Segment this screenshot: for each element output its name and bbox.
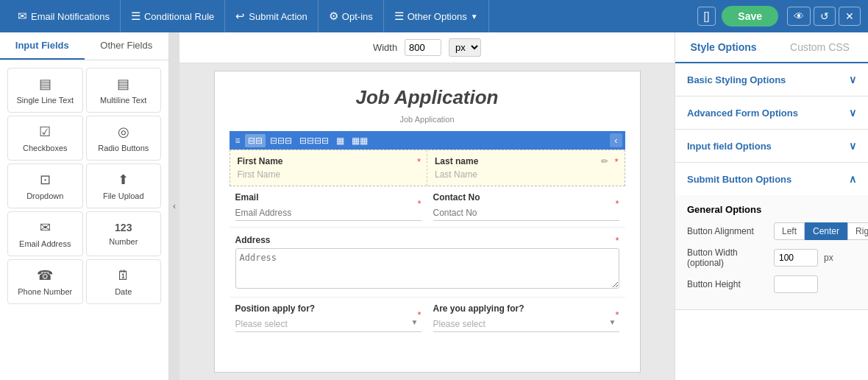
nav-submit-action[interactable]: ↩ Submit Action [225,0,319,32]
button-width-input[interactable] [774,249,818,267]
input-field-chevron: ∨ [849,140,856,152]
field-dropdown[interactable]: ⊡ Dropdown [7,163,83,208]
email-icon: ✉ [18,10,27,23]
submit-button-label: Submit Button Options [687,174,791,185]
tab-custom-css[interactable]: Custom CSS [772,32,868,62]
single-line-icon: ▤ [39,76,51,92]
canvas-area: Job Application Job Application ≡ ⊟⊟ ⊟⊟⊟… [179,63,675,380]
nav-email-notifications[interactable]: ✉ Email Notifications [7,0,121,32]
field-single-line-label: Single Line Text [17,96,74,105]
address-textarea[interactable] [235,248,619,289]
field-phone-number[interactable]: ☎ Phone Number [7,259,83,304]
nav-email-label: Email Notifications [31,11,110,22]
field-checkboxes-label: Checkboxes [23,144,68,152]
field-email-address[interactable]: ✉ Email Address [7,211,83,256]
first-name-label: First Name [238,156,420,166]
accordion-input-field: Input field Options ∨ [675,130,868,163]
tab-input-fields[interactable]: Input Fields [0,32,85,60]
field-radio-label: Radio Buttons [98,144,149,152]
basic-styling-label: Basic Styling Options [687,74,786,85]
nav-conditional-label: Conditional Rule [144,11,214,22]
position-label: Position apply for? [235,303,421,314]
align-center-button[interactable]: Center [805,222,847,240]
collapse-handle[interactable]: ‹ [169,32,179,380]
accordion-input-field-header[interactable]: Input field Options ∨ [675,130,868,162]
last-name-field: Last name Last Name * ✏ [427,150,625,186]
refresh-button[interactable]: ↺ [814,7,836,26]
width-input[interactable] [405,39,441,56]
save-button[interactable]: Save [722,6,778,27]
left-sidebar: Input Fields Other Fields ▤ Single Line … [0,32,169,380]
field-email-label: Email Address [19,239,71,248]
width-option-label: Button Width (optional) [687,247,768,268]
alignment-buttons: Left Center Right [774,222,868,240]
accordion-submit-button-header[interactable]: Submit Button Options ∧ [675,163,868,195]
accordion-basic-styling-header[interactable]: Basic Styling Options ∨ [675,63,868,96]
field-number[interactable]: 123 Number [86,211,162,256]
row-tool-1col[interactable]: ≡ [232,134,243,147]
field-multiline-text[interactable]: ▤ Multiline Text [86,68,162,113]
row-tool-5col[interactable]: ▦ [333,134,347,147]
field-file-upload[interactable]: ⬆ File Upload [86,163,162,208]
conditional-icon: ☰ [131,10,140,23]
checkbox-icon: ☑ [39,124,51,140]
form-title: Job Application [230,86,625,109]
position-select[interactable]: Please select [235,317,421,332]
nav-conditional-rule[interactable]: ☰ Conditional Rule [121,0,225,32]
bracket-button[interactable]: [] [697,7,716,26]
height-option-label: Button Height [687,279,768,289]
right-tabs: Style Options Custom CSS [675,32,868,63]
nav-opt-ins[interactable]: ⚙ Opt-ins [319,0,384,32]
close-button[interactable]: ✕ [839,7,861,26]
contact-input[interactable] [433,205,619,221]
field-date[interactable]: 🗓 Date [86,259,162,304]
email-input[interactable] [235,205,421,221]
email-form-field: Email * [230,192,427,221]
width-row: Button Width (optional) px [687,247,856,268]
tab-style-options[interactable]: Style Options [675,32,772,63]
unit-select[interactable]: px % [449,38,481,57]
radio-icon: ◎ [118,124,129,140]
address-required: * [615,235,619,246]
row-tool-3col[interactable]: ⊟⊟⊟ [267,134,295,147]
first-name-placeholder: First Name [238,169,420,180]
accordion-advanced-form-header[interactable]: Advanced Form Options ∨ [675,96,868,129]
alignment-row: Button Alignment Left Center Right [687,222,856,240]
row-tool-4col[interactable]: ⊟⊟⊟⊟ [296,134,332,147]
nav-other-options[interactable]: ☰ Other Options ▼ [384,0,489,32]
multiline-icon: ▤ [117,76,129,92]
align-right-button[interactable]: Right [847,222,868,240]
last-name-label: Last name [435,156,617,166]
other-icon: ☰ [394,10,404,23]
preview-button[interactable]: 👁 [787,7,811,26]
accordion-advanced-form: Advanced Form Options ∨ [675,96,868,130]
accordion-basic-styling: Basic Styling Options ∨ [675,63,868,96]
first-name-field: First Name First Name * [230,150,427,186]
field-radio-buttons[interactable]: ◎ Radio Buttons [86,116,162,161]
edit-icon[interactable]: ✏ [601,156,608,166]
row-collapse-button[interactable]: ‹ [610,133,622,147]
field-checkboxes[interactable]: ☑ Checkboxes [7,116,83,161]
accordion-submit-button: Submit Button Options ∧ General Options … [675,163,868,310]
tab-other-fields[interactable]: Other Fields [85,32,169,60]
upload-icon: ⬆ [118,172,129,188]
nav-other-label: Other Options [408,11,467,22]
address-row: Address * [230,229,625,298]
submit-button-content: General Options Button Alignment Left Ce… [675,195,868,309]
form-subtitle: Job Application [230,115,625,124]
align-left-button[interactable]: Left [774,222,805,240]
applying-select[interactable]: Please select [433,317,619,332]
form-canvas: Job Application Job Application ≡ ⊟⊟ ⊟⊟⊟… [214,71,641,373]
row-toolbar: ≡ ⊟⊟ ⊟⊟⊟ ⊟⊟⊟⊟ ▦ ▦▦ ‹ [230,131,625,149]
submit-button-chevron: ∧ [849,173,856,185]
field-single-line-text[interactable]: ▤ Single Line Text [7,68,83,113]
dropdown-row: Position apply for? Please select ▼ * Ar… [230,298,625,338]
row-tool-2col[interactable]: ⊟⊟ [245,134,266,147]
optins-icon: ⚙ [329,10,338,23]
name-row: First Name First Name * Last name Last N… [230,149,625,186]
nav-submit-label: Submit Action [249,11,307,22]
row-tool-6col[interactable]: ▦▦ [349,134,371,147]
field-phone-label: Phone Number [18,287,72,296]
button-height-input[interactable] [774,275,818,293]
number-icon: 123 [115,222,132,233]
